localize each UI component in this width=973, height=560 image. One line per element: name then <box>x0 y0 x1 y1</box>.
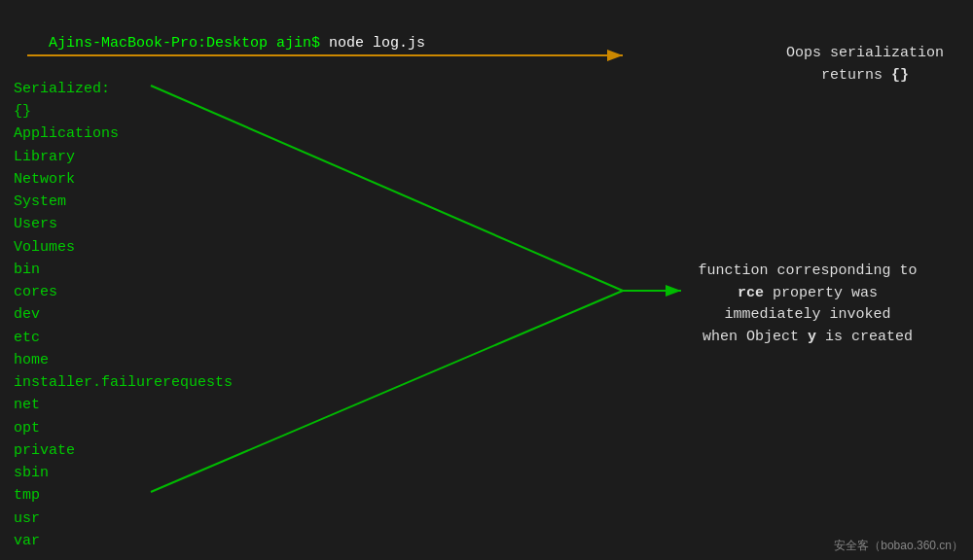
command: node log.js <box>329 35 425 52</box>
func-y: y <box>808 329 816 345</box>
output-line-15: opt <box>14 417 959 439</box>
output-line-2: Applications <box>14 122 959 145</box>
oops-emphasis: {} <box>891 67 909 84</box>
output-line-5: System <box>14 191 959 213</box>
oops-annotation: Oops serialization returns {} <box>786 43 944 87</box>
prompt: Ajins-MacBook-Pro:Desktop ajin$ <box>49 35 329 52</box>
output-line-18: tmp <box>14 484 959 507</box>
output-line-20: var <box>14 530 959 552</box>
func-line1: function corresponding to <box>698 262 917 279</box>
output-line-16: private <box>14 439 959 462</box>
watermark: 安全客（bobao.360.cn） <box>834 538 963 554</box>
output-line-3: Library <box>14 146 959 168</box>
output-line-7: Volumes <box>14 236 959 259</box>
output-line-6: Users <box>14 213 959 235</box>
func-line4: when Object <box>703 329 808 345</box>
oops-line2: returns <box>821 67 891 84</box>
function-annotation: function corresponding to rce property w… <box>662 261 954 348</box>
func-rce: rce <box>738 285 764 301</box>
output-line-13: installer.failurerequests <box>14 371 959 394</box>
output-line-12: home <box>14 349 959 371</box>
output-line-1: {} <box>14 100 959 122</box>
func-line2-rest: property was <box>764 285 878 301</box>
oops-line1: Oops serialization <box>786 45 944 61</box>
func-line4-rest: is created <box>816 329 913 345</box>
terminal-window: Ajins-MacBook-Pro:Desktop ajin$ node log… <box>0 0 973 560</box>
output-line-17: sbin <box>14 462 959 484</box>
output-line-14: net <box>14 394 959 416</box>
output-line-4: Network <box>14 168 959 191</box>
output-line-19: usr <box>14 508 959 530</box>
func-line3: immediately invoked <box>724 306 890 323</box>
